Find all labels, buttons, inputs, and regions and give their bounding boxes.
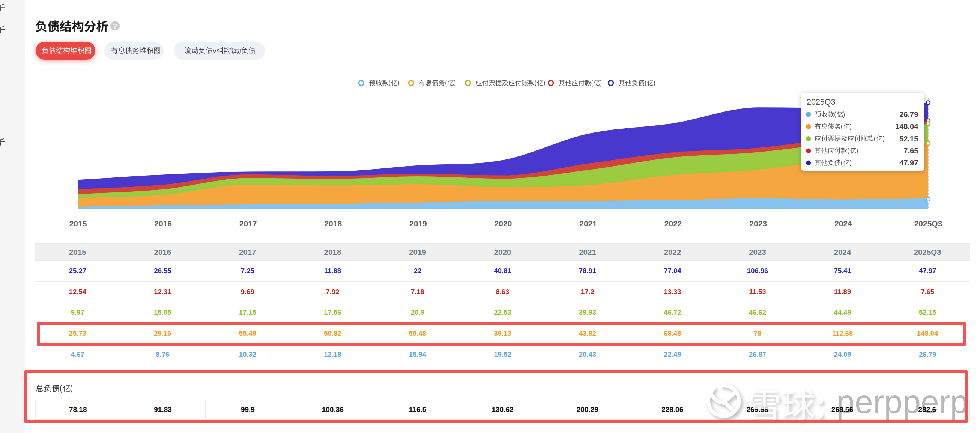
svg-text:2020: 2020 [495,219,512,228]
svg-text:2016: 2016 [154,219,172,228]
svg-text:2023: 2023 [749,219,767,228]
svg-text:2018: 2018 [324,219,342,228]
svg-text:26.79: 26.79 [899,110,918,119]
svg-text:2021: 2021 [579,219,597,228]
svg-text:2022: 2022 [665,219,682,228]
svg-text:2017: 2017 [239,219,257,228]
svg-text:?: ? [113,22,117,30]
svg-text:148.04: 148.04 [895,122,918,131]
svg-text:52.15: 52.15 [899,135,918,143]
svg-text:2024: 2024 [834,219,852,228]
svg-text:2015: 2015 [69,219,87,228]
svg-text:2025Q3: 2025Q3 [807,97,835,107]
svg-text:7.65: 7.65 [904,147,918,155]
svg-text:47.97: 47.97 [899,159,918,167]
svg-text:2019: 2019 [409,219,427,228]
svg-text:2025Q3: 2025Q3 [914,219,942,228]
